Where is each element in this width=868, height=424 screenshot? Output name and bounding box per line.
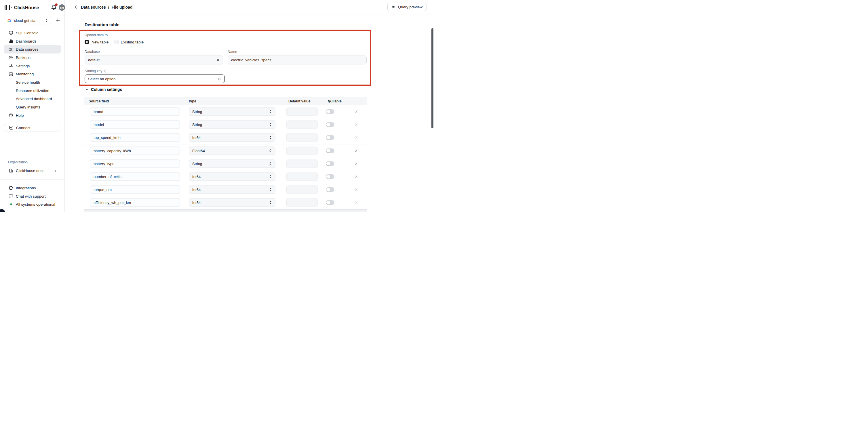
sidebar-item-advanced-dashboard[interactable]: Advanced dashboard [4, 95, 61, 103]
type-value: Int64 [192, 188, 200, 192]
notifications-button[interactable] [51, 4, 57, 11]
default-value-input[interactable] [286, 186, 318, 194]
default-value-input[interactable] [286, 159, 318, 168]
sidebar-item-dashboards[interactable]: Dashboards [4, 37, 61, 45]
back-button[interactable] [74, 5, 78, 9]
nullable-toggle[interactable] [326, 200, 334, 205]
blank-icon [9, 97, 13, 101]
table-row: Int64 [84, 170, 367, 183]
type-select[interactable]: Float64 [189, 146, 275, 155]
source-field-input[interactable] [90, 172, 180, 181]
remove-column-button[interactable] [354, 149, 358, 153]
source-field-input[interactable] [90, 133, 180, 142]
history-icon [9, 55, 13, 60]
sidebar-footer: IntegrationsChat with supportAll systems… [0, 184, 64, 208]
table-row: Float64 [84, 144, 367, 157]
sidebar-item-query-insights[interactable]: Query insights [4, 103, 61, 111]
breadcrumb-current: File upload [112, 5, 133, 9]
sidebar-item-resource-utilization[interactable]: Resource utilization [4, 87, 61, 95]
service-selector[interactable]: cloud-get-sta... [4, 17, 51, 24]
nullable-toggle[interactable] [326, 174, 334, 179]
blank-icon [9, 105, 13, 109]
source-field-input[interactable] [90, 107, 180, 116]
chevron-updown-icon [269, 201, 272, 204]
default-value-input[interactable] [286, 146, 318, 155]
remove-column-button[interactable] [354, 201, 358, 204]
toggle-knob [327, 123, 330, 127]
source-field-input[interactable] [90, 146, 180, 155]
main-content: Destination table Upload data to New tab… [65, 15, 434, 212]
remove-column-button[interactable] [354, 110, 358, 113]
header-default-value: Default value [288, 99, 311, 103]
sidebar-item-label: Resource utilization [16, 89, 49, 93]
brand-name: ClickHouse [14, 5, 39, 10]
add-service-button[interactable] [55, 18, 60, 23]
chevron-updown-icon [45, 19, 48, 22]
remove-column-button[interactable] [354, 162, 358, 165]
sidebar-item-help[interactable]: Help [4, 111, 61, 120]
status-dot-icon [9, 202, 13, 207]
default-value-input[interactable] [286, 121, 318, 129]
type-select[interactable]: String [189, 107, 275, 116]
toggle-knob [327, 201, 330, 204]
database-select[interactable]: default [85, 56, 223, 64]
source-field-input[interactable] [90, 186, 180, 194]
remove-column-button[interactable] [354, 123, 358, 127]
sidebar-item-label: Integrations [16, 186, 36, 190]
type-select[interactable]: String [189, 121, 275, 129]
chevron-updown-icon [269, 188, 272, 192]
nullable-toggle[interactable] [326, 122, 334, 127]
type-select[interactable]: Int64 [189, 172, 275, 181]
sidebar-item-label: Settings [16, 64, 30, 68]
vertical-scrollbar[interactable] [431, 28, 433, 128]
source-field-input[interactable] [90, 198, 180, 207]
table-name-input[interactable] [228, 56, 367, 64]
remove-column-button[interactable] [354, 175, 358, 178]
sidebar-item-sql-console[interactable]: SQL Console [4, 29, 61, 37]
source-field-input[interactable] [90, 121, 180, 129]
type-value: Int64 [192, 200, 200, 205]
default-value-input[interactable] [286, 198, 318, 207]
table-header: Source field Type Default value Nullable [84, 97, 367, 105]
type-select[interactable]: Int64 [189, 198, 275, 207]
source-field-input[interactable] [90, 159, 180, 168]
nullable-toggle[interactable] [326, 135, 334, 140]
sidebar-item-label: SQL Console [16, 31, 38, 35]
sidebar-item-all-systems-operational[interactable]: All systems operational [4, 200, 61, 208]
sidebar-item-monitoring[interactable]: Monitoring [4, 70, 61, 78]
sidebar-item-integrations[interactable]: Integrations [4, 184, 61, 192]
sidebar-item-data-sources[interactable]: Data sources [4, 45, 61, 54]
remove-column-button[interactable] [354, 188, 358, 192]
nullable-toggle[interactable] [326, 161, 334, 166]
table-rows: StringStringInt64Float64StringInt64Int64… [84, 105, 367, 209]
type-select[interactable]: Int64 [189, 186, 275, 194]
query-preview-button[interactable]: Query preview [388, 3, 427, 11]
avatar[interactable]: SH [59, 4, 65, 11]
sidebar-item-clickhouse-docs[interactable]: ClickHouse docs [4, 167, 61, 174]
nullable-toggle[interactable] [326, 187, 334, 192]
chevron-down-icon [86, 88, 89, 91]
sidebar-item-chat-with-support[interactable]: Chat with support [4, 192, 61, 200]
column-settings-title: Column settings [91, 88, 122, 92]
nullable-toggle[interactable] [326, 149, 334, 153]
column-settings-toggle[interactable]: Column settings [86, 88, 122, 92]
default-value-input[interactable] [286, 172, 318, 181]
building-icon [9, 168, 13, 173]
remove-column-button[interactable] [354, 136, 358, 139]
default-value-input[interactable] [286, 133, 318, 142]
sidebar-item-settings[interactable]: Settings [4, 62, 61, 70]
connect-button[interactable]: Connect [4, 124, 60, 131]
type-select[interactable]: String [189, 159, 275, 168]
sidebar-item-backups[interactable]: Backups [4, 54, 61, 62]
breadcrumb-parent[interactable]: Data sources [81, 5, 106, 9]
type-select[interactable]: Int64 [189, 133, 275, 142]
nullable-toggle[interactable] [326, 109, 334, 114]
notification-dot [55, 3, 58, 6]
upload-data-to-label: Upload data to [85, 33, 107, 37]
sidebar-item-service-health[interactable]: Service health [4, 78, 61, 87]
chevron-updown-icon [218, 77, 221, 81]
default-value-input[interactable] [286, 107, 318, 116]
radio-option-existing-table[interactable]: Existing table [114, 40, 144, 44]
radio-option-new-table[interactable]: New table [85, 40, 109, 44]
sorting-key-select[interactable]: Select an option [85, 74, 225, 83]
